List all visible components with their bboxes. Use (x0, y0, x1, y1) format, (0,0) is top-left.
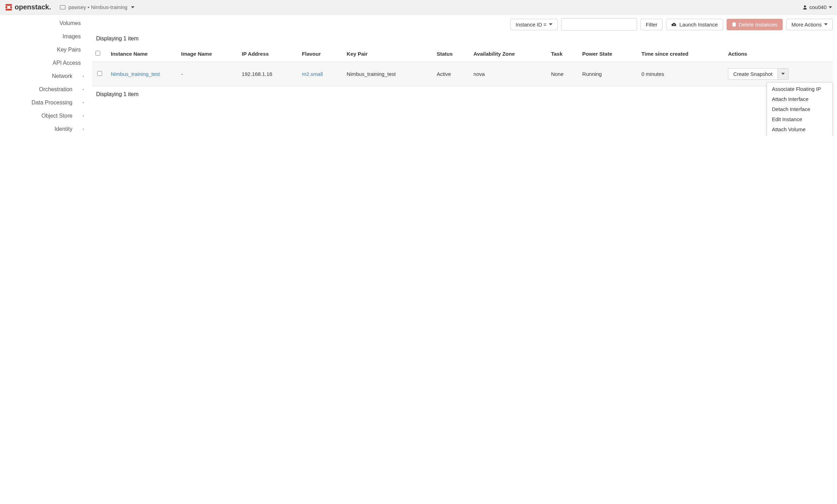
sidebar-item-volumes[interactable]: Volumes (0, 17, 88, 30)
header-image-name: Image Name (178, 47, 238, 62)
caret-down-icon (131, 6, 134, 8)
display-count-bottom: Displaying 1 item (92, 86, 833, 97)
launch-instance-label: Launch Instance (679, 22, 718, 27)
svg-rect-3 (10, 6, 12, 8)
dropdown-item[interactable]: Detach Volume (767, 134, 832, 136)
header-az: Availability Zone (470, 47, 548, 62)
chevron-right-icon (83, 89, 84, 90)
cell-keypair: Nimbus_training_test (343, 62, 433, 86)
svg-rect-0 (6, 4, 12, 6)
project-icon (60, 5, 65, 9)
cell-instance-name: Nimbus_training_test (107, 62, 178, 86)
sidebar-item-identity[interactable]: Identity (0, 123, 88, 136)
cloud-upload-icon (671, 22, 677, 26)
sidebar-item-network[interactable]: Network (0, 70, 88, 83)
openstack-logo-icon (5, 3, 13, 11)
cell-status: Active (433, 62, 470, 86)
header-ip: IP Address (238, 47, 299, 62)
sidebar-item-label: Orchestration (39, 86, 72, 93)
cell-image-name: - (178, 62, 238, 86)
dropdown-item[interactable]: Attach Volume (767, 124, 832, 134)
sidebar-item-images[interactable]: Images (0, 30, 88, 43)
flavour-link[interactable]: m2.small (302, 71, 323, 77)
project-selector[interactable]: pawsey • Nimbus-training (60, 4, 134, 10)
user-name: cou040 (809, 4, 827, 10)
header-status: Status (433, 47, 470, 62)
row-checkbox[interactable] (97, 71, 102, 76)
main-content: Instance ID = Filter Launch Instance Del… (88, 15, 837, 136)
sidebar-item-label: Network (52, 73, 72, 79)
table-header-row: Instance Name Image Name IP Address Flav… (92, 47, 833, 62)
chevron-right-icon (83, 129, 84, 130)
caret-down-icon (549, 23, 552, 25)
topbar: openstack. pawsey • Nimbus-training cou0… (0, 0, 837, 15)
sidebar-item-label: Object Store (41, 113, 72, 119)
header-actions: Actions (724, 47, 833, 62)
cell-actions: Create Snapshot Associate Floating IPAtt… (724, 62, 833, 86)
sidebar-item-label: Key Pairs (57, 47, 81, 53)
cell-task: None (548, 62, 579, 86)
svg-rect-1 (6, 9, 12, 10)
table-row: Nimbus_training_test - 192.168.1.16 m2.s… (92, 62, 833, 86)
sidebar-item-keypairs[interactable]: Key Pairs (0, 43, 88, 56)
dropdown-item[interactable]: Detach Interface (767, 104, 832, 114)
filter-button-label: Filter (646, 22, 657, 27)
more-actions-label: More Actions (791, 22, 822, 27)
instance-name-link[interactable]: Nimbus_training_test (111, 71, 160, 77)
filter-type-button[interactable]: Instance ID = (510, 19, 558, 30)
chevron-right-icon (83, 102, 84, 103)
trash-icon (732, 22, 736, 27)
cell-power: Running (579, 62, 638, 86)
dropdown-item[interactable]: Edit Instance (767, 114, 832, 124)
launch-instance-button[interactable]: Launch Instance (666, 19, 723, 30)
filter-button[interactable]: Filter (641, 19, 662, 30)
row-action-group: Create Snapshot (728, 68, 789, 80)
delete-instances-label: Delete Instances (739, 22, 778, 27)
sidebar: Volumes Images Key Pairs API Access Netw… (0, 15, 88, 136)
instances-table: Instance Name Image Name IP Address Flav… (92, 47, 833, 86)
cell-az: nova (470, 62, 548, 86)
cell-ip: 192.168.1.16 (238, 62, 299, 86)
brand-name: openstack. (15, 3, 51, 11)
user-icon (803, 5, 807, 10)
project-label: pawsey • Nimbus-training (68, 4, 127, 10)
caret-down-icon (829, 6, 832, 8)
header-checkbox-cell (92, 47, 107, 62)
brand-logo[interactable]: openstack. (5, 3, 51, 11)
cell-time: 0 minutes (638, 62, 725, 86)
header-task: Task (548, 47, 579, 62)
more-actions-button[interactable]: More Actions (786, 19, 833, 30)
sidebar-item-objectstore[interactable]: Object Store (0, 109, 88, 123)
sidebar-item-dataprocessing[interactable]: Data Processing (0, 96, 88, 109)
filter-input[interactable] (561, 18, 637, 31)
header-time: Time since created (638, 47, 725, 62)
dropdown-item[interactable]: Associate Floating IP (767, 84, 832, 94)
row-action-dropdown-toggle[interactable] (778, 68, 789, 80)
sidebar-item-apiaccess[interactable]: API Access (0, 56, 88, 70)
sidebar-item-label: Data Processing (32, 100, 72, 106)
select-all-checkbox[interactable] (95, 51, 100, 56)
sidebar-item-label: Volumes (60, 20, 81, 26)
cell-flavour: m2.small (299, 62, 343, 86)
create-snapshot-button[interactable]: Create Snapshot (728, 68, 778, 80)
sidebar-item-label: Identity (54, 126, 72, 132)
filter-type-label: Instance ID = (516, 22, 547, 27)
chevron-right-icon (83, 76, 84, 77)
sidebar-item-label: Images (63, 33, 81, 40)
sidebar-item-label: API Access (53, 60, 81, 66)
delete-instances-button[interactable]: Delete Instances (727, 19, 783, 30)
header-instance-name: Instance Name (107, 47, 178, 62)
caret-down-icon (781, 73, 785, 75)
display-count-top: Displaying 1 item (92, 35, 833, 47)
chevron-right-icon (83, 116, 84, 117)
svg-point-4 (804, 5, 806, 7)
dropdown-item[interactable]: Attach Interface (767, 94, 832, 104)
header-power: Power State (579, 47, 638, 62)
sidebar-item-orchestration[interactable]: Orchestration (0, 83, 88, 96)
header-keypair: Key Pair (343, 47, 433, 62)
header-flavour: Flavour (299, 47, 343, 62)
user-menu[interactable]: cou040 (803, 4, 832, 10)
svg-rect-2 (6, 6, 7, 8)
row-checkbox-cell (92, 62, 107, 86)
row-action-dropdown-menu: Associate Floating IPAttach InterfaceDet… (767, 82, 833, 136)
